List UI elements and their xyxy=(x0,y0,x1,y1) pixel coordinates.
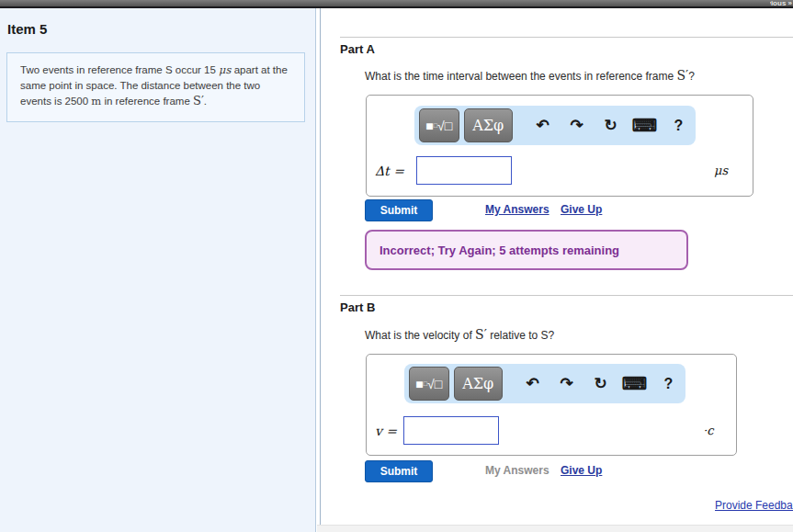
part-a-answer-label: Δt = xyxy=(375,164,404,178)
incorrect-feedback-banner: Incorrect; Try Again; 5 attempts remaini… xyxy=(365,230,688,270)
top-chrome-bar: « previous xyxy=(0,0,793,8)
undo-icon[interactable]: ↶ xyxy=(526,118,560,133)
redo-icon[interactable]: ↷ xyxy=(549,376,583,391)
part-a-unit: μs xyxy=(714,164,728,177)
greek-symbols-button[interactable]: ΑΣφ xyxy=(454,367,503,401)
problem-math-us: μs xyxy=(219,63,231,76)
problem-math-sprime: S′ xyxy=(193,94,204,108)
part-b-give-up-link[interactable]: Give Up xyxy=(561,464,602,477)
problem-math-m: m xyxy=(91,95,101,108)
equation-toolbar: ■□√□ ΑΣφ ↶ ↷ ↻ ⌨ ? xyxy=(404,364,685,403)
keyboard-icon[interactable]: ⌨ xyxy=(628,117,662,134)
reset-icon[interactable]: ↻ xyxy=(583,376,617,391)
part-a-give-up-link[interactable]: Give Up xyxy=(561,203,602,216)
filled-square-icon: ■ xyxy=(425,119,433,133)
question-text: What is the time interval between the ev… xyxy=(365,70,677,83)
reset-icon[interactable]: ↻ xyxy=(594,118,628,133)
part-a-label: Part A xyxy=(340,42,375,56)
item-title: Item 5 xyxy=(7,21,47,37)
part-a-answer-input[interactable] xyxy=(416,156,512,185)
part-b-answer-box: ■□√□ ΑΣφ ↶ ↷ ↻ ⌨ ? v = ·c xyxy=(366,354,737,456)
panel-divider xyxy=(320,8,321,525)
part-b-submit-button[interactable]: Submit xyxy=(365,460,433,482)
previous-link[interactable]: « previous xyxy=(770,0,792,7)
filled-square-icon: ■ xyxy=(415,377,423,391)
question-text: ? xyxy=(688,70,695,83)
part-b-answer-input[interactable] xyxy=(403,416,499,445)
radical-icon: √ xyxy=(437,119,445,133)
part-a-my-answers-link[interactable]: My Answers xyxy=(485,203,549,216)
radical-icon: √ xyxy=(427,377,435,391)
problem-text: Two events in reference frame S occur 15 xyxy=(20,64,219,75)
help-icon[interactable]: ? xyxy=(651,377,685,391)
sidebar: Item 5 Two events in reference frame S o… xyxy=(0,8,316,532)
hollow-square-icon: □ xyxy=(445,119,452,133)
keyboard-icon[interactable]: ⌨ xyxy=(617,375,651,392)
part-a-answer-box: ■□√□ ΑΣφ ↶ ↷ ↻ ⌨ ? Δt = μs xyxy=(366,95,753,197)
redo-icon[interactable]: ↷ xyxy=(560,118,594,133)
problem-text: in reference frame xyxy=(101,96,193,107)
footer-strip xyxy=(317,525,793,532)
equation-toolbar: ■□√□ ΑΣφ ↶ ↷ ↻ ⌨ ? xyxy=(414,106,696,145)
part-a-divider xyxy=(340,37,793,38)
greek-symbols-button[interactable]: ΑΣφ xyxy=(464,108,513,142)
question-math-sprime: S′ xyxy=(677,68,689,83)
part-b-label: Part B xyxy=(340,300,375,314)
equation-templates-button[interactable]: ■□√□ xyxy=(409,367,449,401)
part-b-my-answers-link: My Answers xyxy=(485,464,549,477)
provide-feedback-link[interactable]: Provide Feedback xyxy=(715,499,793,512)
part-a-submit-button[interactable]: Submit xyxy=(365,199,433,221)
undo-icon[interactable]: ↶ xyxy=(515,376,549,391)
problem-text: . xyxy=(204,96,207,107)
page: « previous Item 5 Two events in referenc… xyxy=(0,0,793,532)
question-math-sprime: S′ xyxy=(475,327,487,342)
part-b-answer-label: v = xyxy=(375,424,397,438)
help-icon[interactable]: ? xyxy=(662,119,696,133)
part-b-question: What is the velocity of S′ relative to S… xyxy=(365,327,554,342)
part-b-unit: ·c xyxy=(703,424,713,437)
problem-statement-box: Two events in reference frame S occur 15… xyxy=(6,52,305,122)
question-text: What is the velocity of xyxy=(365,329,475,342)
part-b-divider xyxy=(340,295,793,296)
hollow-square-icon: □ xyxy=(435,377,442,391)
part-a-question: What is the time interval between the ev… xyxy=(365,68,695,83)
question-text: relative to S? xyxy=(487,329,554,342)
equation-templates-button[interactable]: ■□√□ xyxy=(419,108,459,142)
